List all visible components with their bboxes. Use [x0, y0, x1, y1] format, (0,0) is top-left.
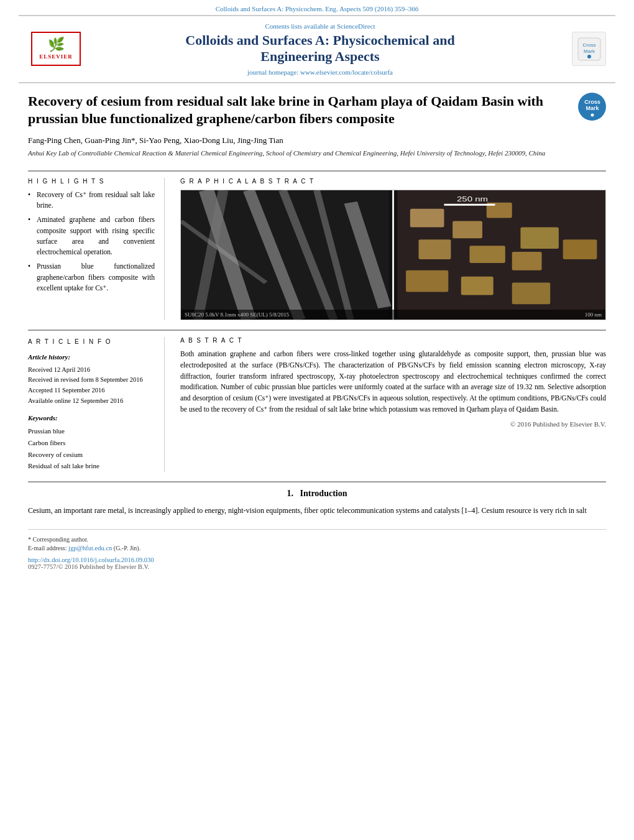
- available-date: Available online 12 September 2016: [28, 396, 155, 407]
- article-info-label: A R T I C L E I N F O: [28, 337, 155, 347]
- corresponding-text: * Corresponding author.: [28, 536, 88, 543]
- journal-citation: Colloids and Surfaces A: Physicochem. En…: [0, 0, 634, 15]
- footer-area: * Corresponding author. E-mail address: …: [28, 529, 606, 570]
- svg-text:Cross: Cross: [582, 42, 595, 48]
- svg-text:Mark: Mark: [584, 48, 595, 54]
- graphical-abstract-column: G R A P H I C A L A B S T R A C T: [180, 178, 606, 320]
- image-bottom-bar: SU8C20 5.0kV 8.1mm x400 SE(UL) 5/8/2015 …: [181, 310, 605, 320]
- keyword-3: Recovery of cesium: [28, 449, 155, 461]
- svg-rect-25: [406, 270, 448, 292]
- abstract-label: A B S T R A C T: [180, 337, 606, 344]
- highlight-item-3: Prussian blue functionalized graphene/ca…: [28, 261, 155, 293]
- page: Colloids and Surfaces A: Physicochem. En…: [0, 0, 634, 840]
- email-value[interactable]: jgp@hfut.edu.cn: [68, 545, 112, 552]
- doi-link[interactable]: http://dx.doi.org/10.1016/j.colsurfa.201…: [28, 556, 154, 563]
- logo-tree-icon: 🌿: [48, 38, 65, 52]
- crossmark-article: Cross Mark: [578, 93, 606, 121]
- crossmark-header: Cross Mark: [556, 32, 606, 66]
- corresponding-author: * Corresponding author.: [28, 536, 606, 543]
- section-divider-1: [28, 330, 606, 331]
- highlights-column: H I G H L I G H T S Recovery of Cs⁺ from…: [28, 178, 165, 320]
- introduction-section: 1. Introduction Cesium, an important rar…: [28, 489, 606, 517]
- title-divider: [28, 170, 606, 172]
- svg-text:Cross: Cross: [584, 99, 600, 105]
- fiber-svg: 250 nm: [181, 190, 605, 320]
- crossmark-icon: Cross Mark: [577, 37, 602, 62]
- article-info-column: A R T I C L E I N F O Article history: R…: [28, 337, 165, 472]
- section-number: 1.: [287, 489, 294, 498]
- citation-text: Colloids and Surfaces A: Physicochem. En…: [216, 5, 419, 12]
- abstract-column: A B S T R A C T Both amination graphene …: [180, 337, 606, 472]
- homepage-link[interactable]: www.elsevier.com/locate/colsurfa: [300, 68, 393, 76]
- svg-rect-23: [469, 246, 505, 263]
- intro-title: 1. Introduction: [28, 489, 606, 499]
- crossmark-svg: Cross Mark: [579, 93, 605, 119]
- copyright-text: © 2016 Published by Elsevier B.V.: [180, 420, 606, 428]
- svg-rect-26: [461, 277, 494, 295]
- received-date: Received 12 April 2016: [28, 365, 155, 376]
- keyword-2: Carbon fibers: [28, 437, 155, 449]
- journal-title-line2: Engineering Aspects: [260, 48, 379, 64]
- science-direct-link[interactable]: ScienceDirect: [337, 22, 375, 30]
- highlight-item-2: Aminated graphene and carbon fibers comp…: [28, 215, 155, 257]
- highlights-graphical-section: H I G H L I G H T S Recovery of Cs⁺ from…: [28, 178, 606, 320]
- keywords-section: Keywords: Prussian blue Carbon fibers Re…: [28, 413, 155, 472]
- crossmark-circle-icon: Cross Mark: [578, 93, 606, 121]
- info-abstract-section: A R T I C L E I N F O Article history: R…: [28, 337, 606, 472]
- issn-text: 0927-7757/© 2016 Published by Elsevier B…: [28, 563, 149, 570]
- crossmark-box: Cross Mark: [572, 32, 606, 66]
- svg-point-3: [587, 55, 591, 58]
- intro-paragraph: Cesium, an important rare metal, is incr…: [28, 506, 587, 515]
- svg-point-7: [590, 114, 594, 117]
- keywords-title: Keywords:: [28, 413, 155, 424]
- article-affiliation: Anhui Key Lab of Controllable Chemical R…: [28, 149, 569, 157]
- highlights-label: H I G H L I G H T S: [28, 178, 155, 185]
- revised-date: Received in revised form 8 September 201…: [28, 375, 155, 385]
- highlights-list: Recovery of Cs⁺ from residual salt lake …: [28, 190, 155, 293]
- journal-title-line1: Colloids and Surfaces A: Physicochemical…: [185, 32, 454, 48]
- graphical-abstract-image: 250 nm SU8C20 5.0kV 8.1mm x400 SE(UL) 5/…: [180, 190, 606, 320]
- article-title-text: Recovery of cesium from residual salt la…: [28, 93, 569, 162]
- elsevier-text: ELSEVIER: [39, 53, 73, 60]
- article-title-area: Recovery of cesium from residual salt la…: [28, 93, 606, 162]
- article-history-title: Article history:: [28, 352, 155, 363]
- journal-main-title: Colloids and Surfaces A: Physicochemical…: [84, 32, 556, 65]
- svg-rect-24: [512, 252, 542, 270]
- elsevier-logo: 🌿 ELSEVIER: [28, 32, 84, 66]
- accepted-date: Accepted 11 September 2016: [28, 385, 155, 396]
- sem-info: SU8C20 5.0kV 8.1mm x400 SE(UL) 5/8/2015: [185, 312, 289, 318]
- section-divider-2: [28, 481, 606, 482]
- svg-rect-28: [563, 239, 597, 259]
- logo-box: 🌿 ELSEVIER: [31, 32, 81, 66]
- svg-rect-22: [418, 239, 451, 259]
- authors-text: Fang-Ping Chen, Guan-Ping Jin*, Si-Yao P…: [28, 136, 283, 145]
- svg-rect-27: [512, 283, 550, 305]
- highlight-text-3: Prussian blue functionalized graphene/ca…: [37, 262, 155, 292]
- section-title-text: Introduction: [300, 489, 347, 498]
- email-suffix: (G.-P. Jin).: [114, 545, 140, 552]
- article-authors: Fang-Ping Chen, Guan-Ping Jin*, Si-Yao P…: [28, 136, 569, 145]
- svg-rect-21: [520, 227, 558, 249]
- intro-text-content: Cesium, an important rare metal, is incr…: [28, 505, 606, 517]
- homepage-text: journal homepage:: [247, 68, 298, 76]
- journal-header: 🌿 ELSEVIER Contents lists available at S…: [19, 15, 615, 83]
- keyword-4: Residual of salt lake brine: [28, 460, 155, 472]
- highlight-item-1: Recovery of Cs⁺ from residual salt lake …: [28, 190, 155, 211]
- abstract-text: Both amination graphene and carbon fiber…: [180, 349, 606, 415]
- contents-text: Contents lists available at: [265, 22, 335, 30]
- scale-value: 100 nm: [585, 312, 602, 318]
- svg-text:Mark: Mark: [586, 105, 599, 111]
- journal-title-area: Contents lists available at ScienceDirec…: [84, 22, 556, 76]
- highlight-text-2: Aminated graphene and carbon fibers comp…: [37, 216, 155, 256]
- svg-rect-18: [410, 209, 444, 228]
- contents-line: Contents lists available at ScienceDirec…: [84, 22, 556, 30]
- homepage-line: journal homepage: www.elsevier.com/locat…: [84, 68, 556, 76]
- keyword-1: Prussian blue: [28, 425, 155, 437]
- article-title: Recovery of cesium from residual salt la…: [28, 93, 569, 128]
- main-content: Recovery of cesium from residual salt la…: [0, 83, 634, 579]
- svg-rect-19: [453, 221, 482, 238]
- keywords-list: Prussian blue Carbon fibers Recovery of …: [28, 425, 155, 472]
- svg-text:250 nm: 250 nm: [457, 195, 488, 203]
- email-label: E-mail address:: [28, 545, 67, 552]
- email-line: E-mail address: jgp@hfut.edu.cn (G.-P. J…: [28, 545, 606, 552]
